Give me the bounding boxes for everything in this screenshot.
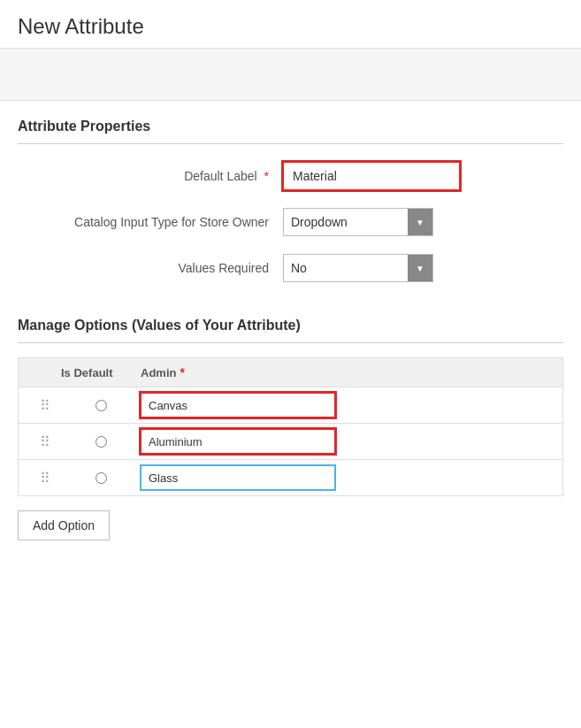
required-star-label: *: [264, 169, 269, 183]
values-required-select[interactable]: No Yes: [284, 255, 408, 281]
values-required-chevron-icon: ▼: [408, 255, 432, 281]
default-label-row: Default Label *: [18, 162, 563, 190]
toolbar-bar: [0, 48, 581, 101]
catalog-input-type-select-wrapper[interactable]: Dropdown Text Field Text Area Date Yes/N…: [283, 208, 433, 236]
option-value-input[interactable]: [141, 465, 335, 490]
option-value-input[interactable]: [141, 393, 335, 418]
options-table: Is Default Admin * ⠿ ⠿: [18, 357, 563, 496]
default-label-label: Default Label *: [18, 169, 283, 183]
values-required-select-wrapper[interactable]: No Yes ▼: [283, 254, 433, 282]
manage-options-section: Manage Options (Values of Your Attribute…: [0, 300, 581, 558]
table-row: ⠿: [19, 460, 562, 495]
col-is-default-header: Is Default: [61, 366, 141, 379]
section-title-attribute-properties: Attribute Properties: [18, 119, 563, 144]
catalog-input-type-label: Catalog Input Type for Store Owner: [18, 215, 283, 229]
options-table-header: Is Default Admin *: [19, 358, 562, 387]
default-label-input[interactable]: [283, 162, 460, 190]
catalog-input-type-chevron-icon: ▼: [408, 209, 432, 235]
values-required-label: Values Required: [18, 261, 283, 275]
is-default-radio-col: [61, 436, 141, 448]
is-default-radio-col: [61, 400, 141, 411]
option-value-input[interactable]: [141, 429, 335, 454]
admin-required-star: *: [180, 365, 184, 379]
table-row: ⠿: [19, 387, 562, 424]
catalog-input-type-row: Catalog Input Type for Store Owner Dropd…: [18, 208, 563, 236]
is-default-radio-col: [61, 472, 141, 484]
manage-options-title: Manage Options (Values of Your Attribute…: [18, 318, 563, 343]
is-default-radio[interactable]: [96, 472, 107, 484]
page-header: New Attribute: [0, 0, 581, 48]
table-row: ⠿: [19, 424, 562, 460]
is-default-radio[interactable]: [96, 436, 107, 448]
add-option-button[interactable]: Add Option: [18, 510, 110, 540]
values-required-row: Values Required No Yes ▼: [18, 254, 563, 282]
drag-handle-icon[interactable]: ⠿: [29, 470, 61, 487]
col-admin-header: Admin *: [141, 365, 552, 379]
drag-handle-icon[interactable]: ⠿: [29, 433, 61, 450]
attribute-properties-section: Attribute Properties Default Label * Cat…: [0, 101, 581, 282]
drag-handle-icon[interactable]: ⠿: [29, 397, 61, 414]
catalog-input-type-select[interactable]: Dropdown Text Field Text Area Date Yes/N…: [284, 209, 408, 235]
is-default-radio[interactable]: [96, 400, 107, 411]
page-title: New Attribute: [18, 14, 563, 39]
